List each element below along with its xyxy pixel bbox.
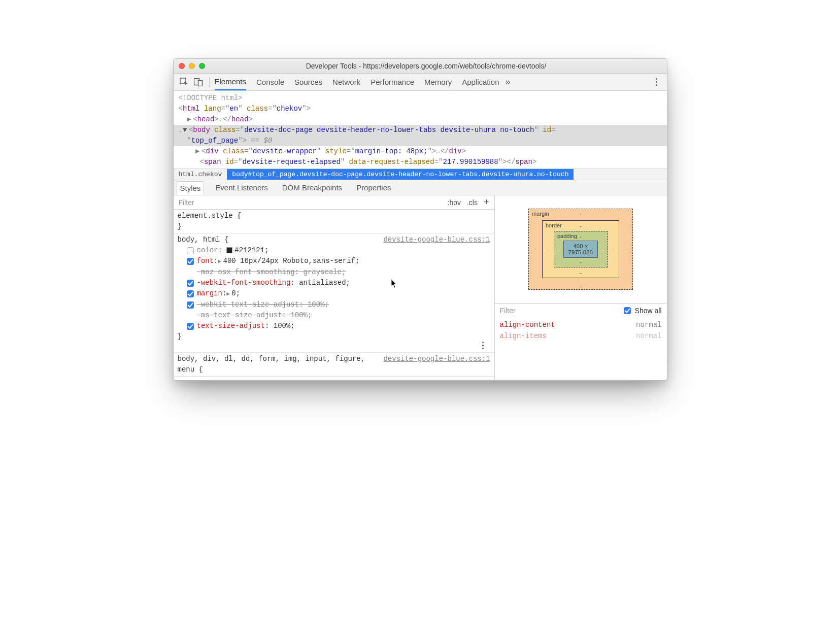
prop-checkbox[interactable]	[187, 280, 194, 287]
main-tabs: Elements Console Sources Network Perform…	[215, 74, 499, 90]
lower-area: Filter :hov .cls + element.style { } bod…	[174, 195, 667, 380]
crumb-body[interactable]: body#top_of_page.devsite-doc-page.devsit…	[227, 169, 574, 180]
device-toolbar-icon[interactable]	[193, 77, 204, 88]
prop-tsa[interactable]: text-size-adjust: 100%;	[178, 321, 490, 331]
prop-checkbox[interactable]	[187, 247, 194, 254]
computed-list: align-content normal align-items normal	[495, 318, 667, 380]
prop-margin[interactable]: margin:▶0;	[178, 288, 490, 299]
prop-ms-tsa[interactable]: -ms-text-size-adjust: 100%;	[178, 310, 490, 321]
computed-row[interactable]: align-items normal	[500, 330, 662, 342]
crumb-html[interactable]: html.chekov	[174, 169, 227, 180]
dom-doctype[interactable]: <!DOCTYPE html>	[174, 93, 667, 104]
new-style-rule-icon[interactable]: +	[484, 197, 489, 208]
traffic-lights	[179, 63, 205, 69]
source-link[interactable]: devsite-google-blue.css:1	[383, 354, 490, 364]
toggle-cls[interactable]: .cls	[467, 198, 478, 207]
rule-body-html[interactable]: body, html { devsite-google-blue.css:1 c…	[174, 233, 494, 353]
prop-font[interactable]: font:▶400 16px/24px Roboto,sans-serif;	[178, 256, 490, 267]
prop-checkbox[interactable]	[187, 290, 194, 297]
styles-filterbar: Filter :hov .cls +	[174, 195, 494, 210]
breadcrumb: html.chekov body#top_of_page.devsite-doc…	[174, 169, 667, 180]
prop-webkit-font-smoothing[interactable]: -webkit-font-smoothing: antialiased;	[178, 278, 490, 288]
subtab-properties[interactable]: Properties	[353, 181, 394, 194]
dom-span[interactable]: <span id="devsite-request-elapsed" data-…	[174, 157, 667, 167]
main-toolbar: Elements Console Sources Network Perform…	[174, 74, 667, 91]
dom-div[interactable]: ▶<div class="devsite-wrapper" style="mar…	[174, 146, 667, 157]
rule-menu-icon[interactable]	[478, 342, 488, 349]
tab-network[interactable]: Network	[332, 74, 360, 90]
rule-body-div-etc[interactable]: body, div, dl, dd, form, img, input, fig…	[174, 353, 494, 377]
subtab-styles[interactable]: Styles	[177, 181, 205, 195]
dom-body-open-2[interactable]: "top_of_page"> == $0	[174, 136, 667, 146]
tab-memory[interactable]: Memory	[424, 74, 452, 90]
subtabs: Styles Event Listeners DOM Breakpoints P…	[174, 180, 667, 195]
styles-filter-input[interactable]: Filter	[179, 198, 194, 207]
devtools-window: Developer Tools - https://developers.goo…	[173, 58, 667, 381]
dom-html-open[interactable]: <html lang="en" class="chekov">	[174, 104, 667, 114]
computed-pane: margin - - - - border - - - - padding	[495, 195, 667, 380]
subtab-dom-breakpoints[interactable]: DOM Breakpoints	[279, 181, 345, 194]
computed-filterbar: Filter Show all	[495, 303, 667, 318]
prop-checkbox[interactable]	[187, 323, 194, 330]
computed-filter-input[interactable]: Filter	[500, 307, 516, 315]
computed-row[interactable]: align-content normal	[500, 319, 662, 330]
subtab-event-listeners[interactable]: Event Listeners	[212, 181, 271, 194]
close-window-button[interactable]	[179, 63, 185, 69]
mouse-cursor-icon	[391, 279, 398, 289]
styles-rules: element.style { } body, html { devsite-g…	[174, 210, 494, 380]
zoom-window-button[interactable]	[199, 63, 205, 69]
source-link[interactable]: devsite-google-blue.css:1	[383, 234, 490, 245]
prop-color[interactable]: color: #212121;	[178, 245, 490, 256]
more-tabs-icon[interactable]: »	[502, 77, 514, 88]
prop-moz-osx[interactable]: -moz-osx-font-smoothing: grayscale;	[178, 267, 490, 278]
dom-body-open[interactable]: …▼<body class="devsite-doc-page devsite-…	[174, 125, 667, 136]
rule-element-style[interactable]: element.style { }	[174, 210, 494, 233]
tab-elements[interactable]: Elements	[215, 74, 247, 90]
styles-pane: Filter :hov .cls + element.style { } bod…	[174, 195, 495, 380]
tab-sources[interactable]: Sources	[294, 74, 322, 90]
tab-application[interactable]: Application	[462, 74, 499, 90]
tab-console[interactable]: Console	[256, 74, 284, 90]
box-model-content: 400 × 7975.080	[563, 241, 598, 258]
window-title: Developer Tools - https://developers.goo…	[209, 62, 662, 70]
box-model[interactable]: margin - - - - border - - - - padding	[495, 195, 667, 303]
svg-rect-2	[198, 80, 202, 86]
minimize-window-button[interactable]	[189, 63, 195, 69]
titlebar: Developer Tools - https://developers.goo…	[174, 59, 667, 74]
toggle-hov[interactable]: :hov	[448, 198, 461, 207]
show-all-checkbox[interactable]	[624, 307, 631, 314]
inspect-element-icon[interactable]	[179, 77, 190, 88]
prop-webkit-tsa[interactable]: -webkit-text-size-adjust: 100%;	[178, 299, 490, 310]
settings-menu-icon[interactable]	[652, 78, 662, 86]
separator	[209, 77, 210, 87]
prop-checkbox[interactable]	[187, 258, 194, 265]
show-all-label: Show all	[635, 307, 662, 315]
dom-tree[interactable]: <!DOCTYPE html> <html lang="en" class="c…	[174, 91, 667, 169]
tab-performance[interactable]: Performance	[371, 74, 414, 90]
dom-head[interactable]: ▶<head>…</head>	[174, 114, 667, 125]
prop-checkbox[interactable]	[187, 301, 194, 309]
